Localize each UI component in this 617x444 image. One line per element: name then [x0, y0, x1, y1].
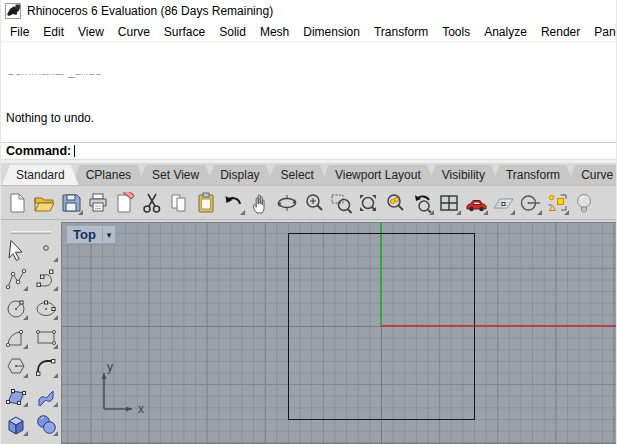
- menu-dimension[interactable]: Dimension: [296, 23, 367, 41]
- cylinder-tool-button[interactable]: [3, 440, 29, 444]
- paste-button[interactable]: [193, 190, 219, 216]
- cut-scissors-icon: [141, 192, 163, 214]
- dropdown-corner: [510, 210, 515, 215]
- open-file-button[interactable]: [31, 190, 57, 216]
- zoom-extents-icon: [357, 192, 379, 214]
- dropdown-corner: [53, 373, 58, 378]
- menu-tools[interactable]: Tools: [435, 23, 477, 41]
- command-prompt-label: Command:: [6, 144, 71, 158]
- box-tool-button[interactable]: [3, 411, 29, 437]
- dropdown-corner: [23, 315, 28, 320]
- viewport-title: Top: [73, 227, 102, 242]
- four-viewports-button[interactable]: [436, 190, 462, 216]
- menu-render[interactable]: Render: [534, 23, 587, 41]
- dropdown-corner: [23, 431, 28, 436]
- pan-hand-icon: [249, 192, 271, 214]
- tab-display[interactable]: Display: [206, 165, 273, 185]
- tab-viewport-layout[interactable]: Viewport Layout: [321, 165, 435, 185]
- dropdown-corner: [23, 402, 28, 407]
- menu-curve[interactable]: Curve: [111, 23, 157, 41]
- surface-patch-tool-button[interactable]: [33, 440, 59, 444]
- zoom-window-button[interactable]: [328, 190, 354, 216]
- point-tool-button[interactable]: [33, 237, 59, 263]
- tab-transform[interactable]: Transform: [492, 165, 574, 185]
- command-prompt[interactable]: Command:: [1, 142, 616, 159]
- top-viewport[interactable]: Top ▾ y x: [61, 222, 616, 444]
- lightbulb-button[interactable]: [571, 190, 597, 216]
- circle-tool-button[interactable]: [3, 295, 29, 321]
- cplane-button[interactable]: [490, 190, 516, 216]
- save-button[interactable]: [58, 190, 84, 216]
- car-button[interactable]: [463, 190, 489, 216]
- tab-curve-tools[interactable]: Curve Tools: [567, 165, 616, 185]
- print-button[interactable]: [85, 190, 111, 216]
- tab-standard[interactable]: Standard: [2, 165, 79, 185]
- dropdown-corner: [78, 210, 83, 215]
- new-file-button[interactable]: [4, 190, 30, 216]
- dropdown-corner: [53, 257, 58, 262]
- menu-analyze[interactable]: Analyze: [477, 23, 534, 41]
- menu-transform[interactable]: Transform: [367, 23, 435, 41]
- copy-button[interactable]: [166, 190, 192, 216]
- undo-button[interactable]: [220, 190, 246, 216]
- sidebar-grip[interactable]: [11, 231, 51, 234]
- print-icon: [87, 192, 109, 214]
- menubar: File Edit View Curve Surface Solid Mesh …: [1, 22, 616, 42]
- menu-panels[interactable]: Panels: [587, 23, 617, 41]
- menu-solid[interactable]: Solid: [212, 23, 253, 41]
- rectangle-tool-button[interactable]: [33, 324, 59, 350]
- command-history: Command: _undo Nothing to undo. Command:…: [1, 42, 616, 142]
- tab-select[interactable]: Select: [267, 165, 328, 185]
- cut-button[interactable]: [139, 190, 165, 216]
- titlebar: Rhinoceros 6 Evaluation (86 Days Remaini…: [1, 0, 616, 22]
- dropdown-corner: [53, 344, 58, 349]
- viewport-title-dropdown[interactable]: Top ▾: [66, 225, 116, 244]
- zoom-selected-button[interactable]: [382, 190, 408, 216]
- menu-mesh[interactable]: Mesh: [253, 23, 296, 41]
- rhino-window: Rhinoceros 6 Evaluation (86 Days Remaini…: [0, 0, 617, 444]
- curve-tool-button[interactable]: [33, 266, 59, 292]
- sphere-tool-button[interactable]: [33, 411, 59, 437]
- select-arrow-icon: [5, 239, 27, 261]
- dropdown-corner: [456, 210, 461, 215]
- delete-button[interactable]: [112, 190, 138, 216]
- tab-cplanes[interactable]: CPlanes: [72, 165, 145, 185]
- lightbulb-icon: [573, 192, 595, 214]
- zoom-window-icon: [330, 192, 352, 214]
- dropdown-corner: [53, 315, 58, 320]
- menu-edit[interactable]: Edit: [36, 23, 71, 41]
- rotate-view-button[interactable]: [274, 190, 300, 216]
- dropdown-corner: [53, 286, 58, 291]
- select-tool-button[interactable]: [3, 237, 29, 263]
- menu-surface[interactable]: Surface: [157, 23, 212, 41]
- text-caret: [74, 145, 75, 157]
- menu-view[interactable]: View: [71, 23, 111, 41]
- zoom-dynamic-button[interactable]: [301, 190, 327, 216]
- polyline-tool-button[interactable]: [3, 266, 29, 292]
- dropdown-corner: [23, 344, 28, 349]
- ellipse-tool-button[interactable]: [33, 295, 59, 321]
- polygon-tool-button[interactable]: [3, 353, 29, 379]
- zoom-selected-icon: [384, 192, 406, 214]
- copy-icon: [168, 192, 190, 214]
- zoom-extents-button[interactable]: [355, 190, 381, 216]
- main-area: Top ▾ y x: [1, 220, 616, 444]
- pan-button[interactable]: [247, 190, 273, 216]
- arc-tool-button[interactable]: [3, 324, 29, 350]
- dropdown-corner: [23, 286, 28, 291]
- tab-set-view[interactable]: Set View: [138, 165, 213, 185]
- undo-view-change-button[interactable]: [409, 190, 435, 216]
- selection-filter-button[interactable]: [544, 190, 570, 216]
- rectangle-curve[interactable]: [288, 233, 475, 420]
- dropdown-corner: [483, 210, 488, 215]
- menu-file[interactable]: File: [3, 23, 36, 41]
- history-line-clipped: Command: _undo: [6, 74, 616, 80]
- chevron-down-icon[interactable]: ▾: [103, 230, 116, 240]
- zoom-dynamic-icon: [303, 192, 325, 214]
- tab-visibility[interactable]: Visibility: [428, 165, 499, 185]
- y-axis-label: y: [107, 361, 113, 374]
- curved-surface-tool-button[interactable]: [33, 382, 59, 408]
- surface-tool-button[interactable]: [3, 382, 29, 408]
- fillet-curves-tool-button[interactable]: [33, 353, 59, 379]
- set-view-button[interactable]: [517, 190, 543, 216]
